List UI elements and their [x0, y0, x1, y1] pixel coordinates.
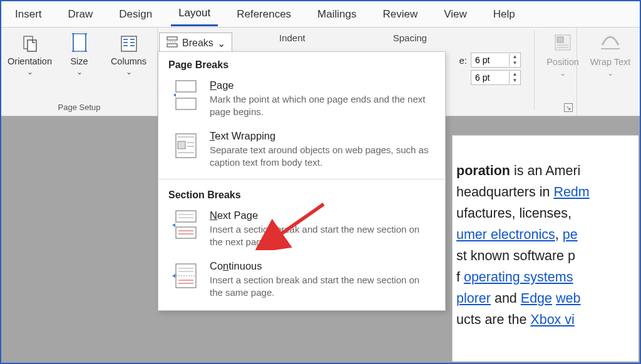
- paragraph-subheader: Indent Spacing: [277, 28, 577, 47]
- text-wrapping-icon: [172, 130, 200, 161]
- link-redmond[interactable]: Redm: [553, 185, 589, 200]
- breaks-area: Breaks ⌄ Page Breaks Page Mark the point…: [158, 28, 232, 54]
- tab-draw[interactable]: Draw: [61, 3, 101, 26]
- doc-line: f operating systems: [456, 267, 638, 288]
- spin-down-icon[interactable]: ▼: [510, 60, 520, 66]
- menu-item-desc: Insert a section break and start the new…: [210, 223, 435, 249]
- svg-rect-31: [176, 227, 196, 238]
- svg-rect-43: [557, 37, 563, 43]
- group-arrange: Position ⌄ Wrap Text ⌄: [534, 30, 635, 110]
- doc-line: ufactures, licenses,: [456, 203, 638, 225]
- spacing-after-input[interactable]: 6 pt ▲▼: [471, 70, 521, 85]
- chevron-down-icon: ⌄: [126, 68, 132, 76]
- page-break-icon: [172, 79, 200, 111]
- tab-help[interactable]: Help: [486, 3, 523, 26]
- link-explorer[interactable]: plorer: [456, 291, 491, 306]
- link-xbox[interactable]: Xbox vi: [530, 312, 575, 327]
- page-breaks-header: Page Breaks: [158, 52, 445, 76]
- spacing-before-value: 6 pt: [471, 55, 509, 65]
- spacing-before-input[interactable]: 6 pt ▲▼: [471, 53, 521, 68]
- ribbon: Orientation ⌄ Size ⌄: [1, 28, 640, 116]
- menu-item-title: Page: [210, 79, 435, 91]
- wrap-text-label: Wrap Text: [590, 57, 631, 67]
- svg-rect-20: [176, 98, 196, 109]
- size-button[interactable]: Size ⌄: [56, 33, 103, 76]
- spin-up-icon[interactable]: ▲: [510, 71, 520, 78]
- doc-line: ucts are the Xbox vi: [456, 310, 638, 331]
- orientation-button[interactable]: Orientation ⌄: [6, 33, 53, 76]
- svg-rect-23: [178, 141, 185, 149]
- size-icon: [69, 33, 90, 55]
- tab-insert[interactable]: Insert: [8, 3, 49, 26]
- svg-marker-21: [173, 93, 176, 97]
- menu-item-desc: Separate text around objects on web page…: [210, 144, 435, 169]
- link-web[interactable]: web: [556, 291, 580, 306]
- section-breaks-header: Section Breaks: [158, 182, 445, 206]
- doc-line: headquarters in Redm: [456, 182, 638, 203]
- link-edge[interactable]: Edge: [521, 291, 552, 306]
- group-page-setup-label: Page Setup: [6, 100, 152, 116]
- tab-design[interactable]: Design: [111, 3, 160, 26]
- tab-layout[interactable]: Layout: [171, 2, 218, 26]
- svg-rect-17: [167, 44, 177, 47]
- size-label: Size: [70, 56, 88, 66]
- breaks-icon: [166, 36, 178, 50]
- svg-rect-16: [167, 37, 177, 40]
- svg-rect-19: [176, 81, 196, 92]
- menu-item-next-page[interactable]: Next Page Insert a section break and sta…: [158, 206, 445, 256]
- doc-line: poration is an Ameri: [456, 161, 638, 182]
- orientation-icon: [20, 33, 40, 55]
- columns-icon: [119, 33, 139, 55]
- orientation-label: Orientation: [8, 56, 52, 66]
- tab-review[interactable]: Review: [375, 3, 425, 26]
- svg-marker-34: [172, 223, 175, 227]
- svg-rect-2: [73, 34, 86, 51]
- wrap-text-button: Wrap Text ⌄: [588, 33, 632, 78]
- svg-marker-41: [172, 274, 175, 278]
- chevron-down-icon: ⌄: [76, 68, 83, 76]
- svg-rect-9: [121, 36, 136, 51]
- wrap-text-icon: [600, 33, 621, 55]
- doc-line: st known software p: [456, 246, 638, 267]
- position-icon: [553, 33, 573, 55]
- position-label: Position: [546, 57, 579, 67]
- menu-item-title: Continuous: [210, 260, 435, 272]
- breaks-dropdown: Page Breaks Page Mark the point at which…: [158, 51, 446, 311]
- link-pe[interactable]: pe: [563, 227, 578, 242]
- spin-down-icon[interactable]: ▼: [510, 78, 520, 84]
- chevron-down-icon: ⌄: [217, 38, 225, 49]
- spacing-before-label: e:: [459, 55, 467, 66]
- document-page[interactable]: poration is an Ameri headquarters in Red…: [452, 135, 638, 361]
- chevron-down-icon: ⌄: [27, 68, 33, 76]
- link-operating-systems[interactable]: operating systems: [464, 270, 573, 285]
- columns-button[interactable]: Columns ⌄: [105, 33, 152, 76]
- chevron-down-icon: ⌄: [607, 69, 613, 78]
- continuous-icon: [172, 260, 200, 291]
- breaks-button[interactable]: Breaks ⌄: [159, 33, 232, 54]
- spacing-label: Spacing: [393, 33, 427, 43]
- breaks-label: Breaks: [182, 38, 213, 49]
- tab-view[interactable]: View: [436, 3, 474, 26]
- menu-item-desc: Mark the point at which one page ends an…: [210, 93, 435, 119]
- next-page-icon: [172, 210, 200, 241]
- doc-line: umer electronics, pe: [456, 225, 638, 246]
- ribbon-tabs: Insert Draw Design Layout References Mai…: [1, 1, 640, 28]
- menu-item-page-break[interactable]: Page Mark the point at which one page en…: [158, 76, 445, 126]
- spacing-after-value: 6 pt: [471, 73, 509, 83]
- menu-item-title: Next Page: [210, 210, 435, 221]
- chevron-down-icon: ⌄: [560, 69, 566, 78]
- group-page-setup: Orientation ⌄ Size ⌄: [1, 28, 158, 116]
- position-button: Position ⌄: [541, 33, 585, 78]
- menu-item-title: Text Wrapping: [210, 130, 435, 142]
- menu-item-desc: Insert a section break and start the new…: [210, 274, 435, 300]
- link-consumer-electronics[interactable]: umer electronics: [456, 227, 555, 242]
- menu-item-continuous[interactable]: Continuous Insert a section break and st…: [158, 256, 445, 307]
- spin-up-icon[interactable]: ▲: [510, 54, 520, 60]
- doc-line: plorer and Edge web: [456, 288, 638, 310]
- tab-mailings[interactable]: Mailings: [310, 3, 364, 26]
- svg-rect-28: [176, 211, 196, 222]
- columns-label: Columns: [111, 56, 146, 66]
- svg-rect-1: [28, 40, 36, 51]
- tab-references[interactable]: References: [229, 3, 299, 26]
- menu-item-text-wrapping[interactable]: Text Wrapping Separate text around objec…: [158, 126, 445, 177]
